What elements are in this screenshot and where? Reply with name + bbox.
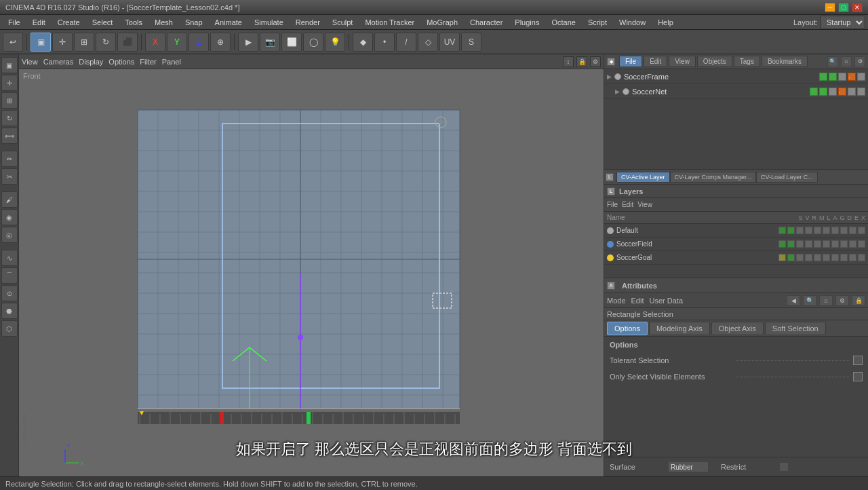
left-spline-button[interactable]: ∿ (1, 250, 18, 266)
playback-button[interactable]: ▶ (238, 33, 258, 52)
obj-settings-icon[interactable]: ⚙ (854, 56, 865, 67)
select-tool-button[interactable]: ▣ (31, 33, 51, 52)
vp-settings-button[interactable]: ⚙ (590, 56, 601, 67)
layer-icon-f9[interactable] (849, 240, 856, 248)
vp-expand-button[interactable]: ↕ (563, 56, 574, 67)
layer-row-soccergoal[interactable]: SoccerGoal (604, 251, 868, 265)
vp-lock-button[interactable]: 🔒 (576, 56, 587, 67)
layer-icon-g1[interactable] (778, 254, 786, 261)
vp-menu-view[interactable]: View (22, 58, 38, 66)
x-axis-button[interactable]: X (145, 33, 165, 52)
vp-menu-options[interactable]: Options (108, 58, 134, 66)
attr-tab-soft-selection[interactable]: Soft Selection (765, 322, 826, 335)
layer-icon-f1[interactable] (778, 240, 786, 248)
attr-search-button[interactable]: 🔍 (803, 295, 816, 306)
layer-row-default[interactable]: Default (604, 224, 868, 238)
transform-button[interactable]: ⬛ (117, 33, 138, 52)
move-tool-button[interactable]: ✛ (52, 33, 73, 52)
layer-menu-edit[interactable]: Edit (622, 201, 633, 208)
menu-octane[interactable]: Octane (546, 17, 580, 28)
menu-character[interactable]: Character (465, 17, 508, 28)
edge-mode-button[interactable]: / (396, 33, 416, 52)
sky-button[interactable]: ◯ (303, 33, 323, 52)
layer-icon-f3[interactable] (796, 240, 804, 248)
y-axis-button[interactable]: Y (167, 33, 187, 52)
minimize-button[interactable]: ─ (825, 3, 835, 12)
obj-anim-1[interactable] (838, 73, 846, 81)
obj-row-soccernet[interactable]: ▶ SoccerNet · (604, 84, 868, 99)
left-ik-button[interactable]: ⬡ (1, 320, 18, 337)
layer-icon-f5[interactable] (814, 240, 821, 248)
menu-animate[interactable]: Animate (210, 17, 248, 28)
left-eyedrop-button[interactable]: ◉ (1, 209, 18, 225)
maximize-button[interactable]: □ (838, 3, 849, 12)
obj-home-icon[interactable]: ⌂ (841, 56, 852, 67)
layer-icon-g6[interactable] (823, 254, 830, 261)
menu-script[interactable]: Script (583, 17, 612, 28)
obj-lock-2[interactable]: · (838, 88, 846, 96)
layer-icon-d4[interactable] (805, 227, 812, 234)
obj-render-1[interactable] (829, 73, 837, 81)
layer-icon-d8[interactable] (840, 227, 848, 234)
layer-icon-f7[interactable] (831, 240, 839, 248)
left-edit-button[interactable]: ✏ (1, 151, 18, 167)
uv-button[interactable]: UV (439, 33, 460, 52)
layer-icon-d3[interactable] (796, 227, 804, 234)
left-knife-button[interactable]: ✂ (1, 168, 18, 185)
layer-icon-g8[interactable] (840, 254, 848, 261)
obj-search-icon[interactable]: 🔍 (827, 56, 838, 67)
obj-tab-objects[interactable]: Objects (697, 56, 732, 67)
layer-icon-g10[interactable] (858, 254, 865, 261)
attr-restrict-checkbox[interactable] (779, 462, 789, 472)
left-scale-button[interactable]: ⊞ (1, 92, 18, 109)
menu-simulate[interactable]: Simulate (249, 17, 289, 28)
left-bend-button[interactable]: ⌒ (1, 267, 18, 284)
layer-icon-d10[interactable] (858, 227, 865, 234)
layer-tab-load[interactable]: CV-Load Layer C... (756, 172, 818, 183)
attr-tab-options[interactable]: Options (607, 322, 648, 335)
light-button[interactable]: 💡 (325, 33, 345, 52)
attr-checkbox-tolerant[interactable] (853, 356, 863, 365)
menu-snap[interactable]: Snap (180, 17, 208, 28)
undo-button[interactable]: ↩ (3, 33, 23, 52)
camera-button[interactable]: 📷 (260, 33, 280, 52)
layer-icon-f2[interactable] (787, 240, 795, 248)
obj-vis-1[interactable] (819, 73, 827, 81)
attr-menu-mode[interactable]: Mode (607, 297, 626, 305)
layer-icon-g7[interactable] (831, 254, 839, 261)
sculpt-button[interactable]: S (461, 33, 481, 52)
layer-menu-file[interactable]: File (607, 201, 618, 208)
world-axis-button[interactable]: ⊕ (210, 33, 231, 52)
obj-anim-2[interactable] (829, 88, 837, 96)
left-mirror-button[interactable]: ⟺ (1, 128, 18, 144)
left-move-button[interactable]: ✛ (1, 75, 18, 91)
menu-sculpt[interactable]: Sculpt (327, 17, 359, 28)
left-material-button[interactable]: ◎ (1, 227, 18, 243)
layer-menu-view[interactable]: View (637, 201, 652, 208)
layer-icon-f4[interactable] (805, 240, 812, 248)
layer-icon-g3[interactable] (796, 254, 804, 261)
menu-help[interactable]: Help (652, 17, 679, 28)
obj-render-2[interactable] (819, 88, 827, 96)
layer-icon-d1[interactable] (778, 227, 786, 234)
left-rotate-button[interactable]: ↻ (1, 110, 18, 126)
vp-menu-panel[interactable]: Panel (162, 58, 181, 66)
attr-menu-edit[interactable]: Edit (631, 297, 644, 305)
vp-menu-cameras[interactable]: Cameras (43, 58, 74, 66)
layer-row-soccerfield[interactable]: SoccerField (604, 238, 868, 251)
layer-tab-active[interactable]: CV-Active Layer (616, 172, 670, 183)
layer-icon-f6[interactable] (823, 240, 830, 248)
layer-icon-g2[interactable] (787, 254, 795, 261)
menu-window[interactable]: Window (614, 17, 651, 28)
menu-render[interactable]: Render (290, 17, 326, 28)
layer-icon-d5[interactable] (814, 227, 821, 234)
left-sculpt-button[interactable]: ⬣ (1, 303, 18, 319)
menu-plugins[interactable]: Plugins (509, 17, 545, 28)
z-axis-button[interactable]: Z (189, 33, 209, 52)
layer-tab-comps[interactable]: CV-Layer Comps Manager... (670, 172, 757, 183)
left-magnet-button[interactable]: ⊙ (1, 285, 18, 301)
obj-row-soccerframe[interactable]: ▶ SoccerFrame · (604, 69, 868, 84)
attr-checkbox-visible[interactable] (853, 372, 863, 381)
obj-vis-2[interactable] (810, 88, 818, 96)
left-select-button[interactable]: ▣ (1, 57, 18, 73)
